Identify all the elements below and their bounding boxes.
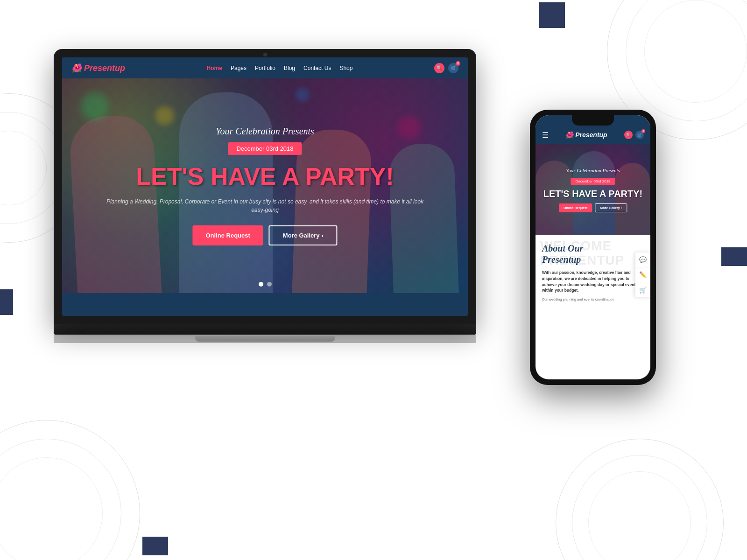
phone-hero-buttons: Online Request More Gallery › [541,203,644,212]
website-nav: Home Pages Portfolio Blog Contact Us Sho… [207,65,353,71]
hero-dots [259,282,272,287]
phone-mockup: ☰ 🌺 Presentup 🔍 🛒 0 [530,110,656,385]
laptop-screen: 🌺 Presentup Home Pages Portfolio Blog Co… [62,57,468,316]
hero-description: Planning a Wedding, Proposal, Corporate … [103,197,427,214]
nav-item-blog[interactable]: Blog [284,65,295,71]
website-logo: 🌺 Presentup [71,63,125,73]
ring-decoration-br2 [572,455,707,560]
nav-item-contact[interactable]: Contact Us [303,65,331,71]
phone-screen: ☰ 🌺 Presentup 🔍 🛒 0 [536,115,650,379]
ring-decoration-bl3 [0,457,103,560]
about-watermark: WELCOME PRESENTUP [540,239,624,268]
ring-decoration-bl2 [0,439,121,560]
laptop-stand [54,335,476,343]
phone-sidebar: 💬 ✏️ 🛒 [635,252,650,297]
hero-subtitle: Your Celebration Presents [103,126,427,137]
phone-logo-icon: 🌺 [565,131,573,139]
online-request-button[interactable]: Online Request [192,225,263,245]
about-body-text: With our passion, knowledge, creative fl… [542,270,644,294]
bokeh-2 [155,106,174,125]
phone-hero-section: Your Celebration Presents December 03rd … [536,144,650,235]
phone-online-request-button[interactable]: Online Request [559,203,592,212]
logo-icon: 🌺 [71,63,82,73]
decorative-square-top-right [539,2,565,28]
phone-more-gallery-button[interactable]: More Gallery › [595,203,627,212]
decorative-square-right [721,247,747,266]
decorative-square-bottom-center [142,537,168,555]
phone-nav-icons: 🔍 🛒 0 [624,131,644,139]
more-gallery-button[interactable]: More Gallery › [269,225,338,245]
phone-sidebar-cart-icon[interactable]: 🛒 [635,282,650,297]
ring-decoration-bl1 [0,420,140,560]
cart-icon-btn[interactable]: 🛒 0 [448,63,458,73]
bokeh-1 [81,92,109,120]
phone-date-badge: December 03rd 2018 [571,178,615,185]
cart-badge: 0 [456,61,460,66]
phone-notch [572,115,614,126]
ring-decoration-br3 [588,471,691,560]
ring-decoration-tr3 [644,0,747,103]
nav-item-shop[interactable]: Shop [339,65,352,71]
phone-sidebar-chat-icon[interactable]: 💬 [635,252,650,267]
phone-about-section: WELCOME PRESENTUP About Our Presentup Wi… [536,235,650,310]
website-header: 🌺 Presentup Home Pages Portfolio Blog Co… [62,57,468,78]
nav-item-pages[interactable]: Pages [231,65,247,71]
nav-icons: 🔍 🛒 0 [434,63,458,73]
laptop-mockup: 🌺 Presentup Home Pages Portfolio Blog Co… [54,49,476,385]
phone-logo: 🌺 Presentup [565,131,607,139]
nav-item-portfolio[interactable]: Portfolio [255,65,275,71]
phone-hero-title: LET'S HAVE A PARTY! [541,189,644,199]
phone-hero-content: Your Celebration Presents December 03rd … [541,168,644,212]
phone-search-icon[interactable]: 🔍 [624,131,633,139]
laptop-camera [263,53,267,56]
phone-cart-icon[interactable]: 🛒 0 [635,131,644,139]
hamburger-icon[interactable]: ☰ [542,131,549,140]
phone-hero-subtitle: Your Celebration Presents [541,168,644,173]
about-sub-text: Our wedding planning and events coordina… [542,297,644,302]
hero-title: LET'S HAVE A PARTY! [103,163,427,190]
search-icon-btn[interactable]: 🔍 [434,63,444,73]
phone-sidebar-edit-icon[interactable]: ✏️ [635,267,650,282]
hero-buttons: Online Request More Gallery › [103,225,427,245]
nav-item-home[interactable]: Home [207,65,222,71]
ring-decoration-br1 [556,439,724,560]
dot-1[interactable] [259,282,263,287]
ring-decoration-ml3 [0,131,47,205]
ring-decoration-tr2 [626,0,747,121]
phone-cart-badge: 0 [641,129,645,133]
laptop-body: 🌺 Presentup Home Pages Portfolio Blog Co… [54,49,476,324]
hero-content: Your Celebration Presents December 03rd … [103,126,427,245]
dot-2[interactable] [267,282,272,287]
laptop-foot [195,336,335,342]
hero-section: Your Celebration Presents December 03rd … [62,78,468,293]
phone-body: ☰ 🌺 Presentup 🔍 🛒 0 [530,110,656,385]
decorative-square-left [0,289,13,315]
laptop-base [54,324,476,335]
bokeh-4 [296,88,310,102]
hero-date-badge: December 03rd 2018 [228,142,302,155]
